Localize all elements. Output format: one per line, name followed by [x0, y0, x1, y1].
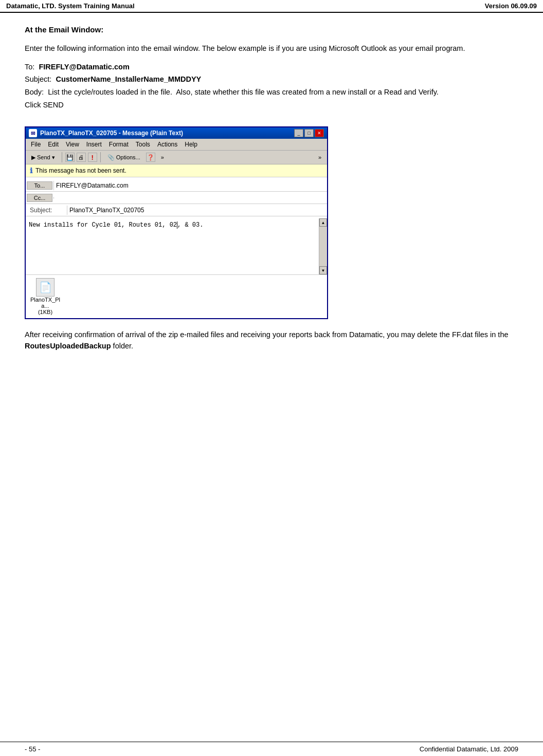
attachment-filename: PlanoTX_Pla...: [30, 297, 61, 309]
main-content: At the Email Window: Enter the following…: [0, 13, 543, 389]
menu-insert[interactable]: Insert: [83, 140, 105, 149]
info-icon: ℹ: [30, 167, 32, 175]
cc-field-row: Cc...: [26, 192, 327, 204]
email-fields: To... FIREFLY@Datamatic.com Cc... Subjec…: [26, 177, 327, 218]
send-icon: ▶: [31, 154, 35, 161]
menu-file[interactable]: File: [28, 140, 44, 149]
cc-button[interactable]: Cc...: [27, 194, 52, 202]
send-dropdown-arrow: ▾: [52, 154, 55, 161]
version-label: Version 06.09.09: [485, 2, 537, 10]
menu-format[interactable]: Format: [106, 140, 132, 149]
maximize-button[interactable]: □: [304, 129, 314, 137]
minimize-button[interactable]: _: [294, 129, 303, 137]
to-button[interactable]: To...: [27, 181, 52, 190]
outlook-titlebar: ✉ PlanoTX_PlanoTX_020705 - Message (Plai…: [26, 127, 327, 139]
to-field-row: To... FIREFLY@Datamatic.com: [26, 179, 327, 192]
intro-paragraph: Enter the following information into the…: [25, 43, 518, 54]
subject-field-row: Subject: PlanoTX_PlanoTX_020705: [26, 204, 327, 216]
subject-value: CustomerName_InstallerName_MMDDYY: [56, 75, 201, 83]
help-icon[interactable]: ❓: [146, 153, 155, 162]
window-controls[interactable]: _ □ ✕: [294, 129, 324, 137]
attachment-size: (1KB): [38, 309, 52, 315]
menu-tools[interactable]: Tools: [133, 140, 153, 149]
outlook-window-title: PlanoTX_PlanoTX_020705 - Message (Plain …: [40, 130, 183, 137]
scroll-down[interactable]: ▼: [319, 266, 327, 274]
to-field-value[interactable]: FIREFLY@Datamatic.com: [53, 181, 327, 190]
after-text-1: After receiving confirmation of arrival …: [25, 330, 509, 339]
save-icon[interactable]: 💾: [65, 153, 75, 162]
paperclip-icon: 📎: [107, 154, 115, 161]
toolbar-sep-2: [100, 152, 101, 162]
page-footer: - 55 - Confidential Datamatic, Ltd. 2009: [0, 742, 543, 756]
after-paragraph: After receiving confirmation of arrival …: [25, 329, 518, 352]
cc-field-value[interactable]: [53, 197, 327, 199]
scroll-up[interactable]: ▲: [319, 218, 327, 227]
attachment-file-icon: 📄: [39, 281, 52, 293]
info-bar: ℹ This message has not been sent.: [26, 164, 327, 177]
email-body[interactable]: New installs for Cycle 01, Routes 01, 02…: [26, 218, 327, 275]
scroll-thumb[interactable]: [319, 227, 327, 266]
manual-title: Datamatic, LTD. System Training Manual: [6, 2, 135, 10]
text-cursor: 2: [173, 222, 177, 229]
menu-actions[interactable]: Actions: [154, 140, 180, 149]
expand-button[interactable]: »: [315, 153, 325, 162]
menu-view[interactable]: View: [63, 140, 82, 149]
toolbar-sep-1: [62, 152, 62, 162]
outlook-screenshot: ✉ PlanoTX_PlanoTX_020705 - Message (Plai…: [25, 126, 328, 319]
outlook-app-icon: ✉: [29, 129, 37, 137]
options-button[interactable]: 📎 Options...: [104, 153, 144, 162]
page-header: Datamatic, LTD. System Training Manual V…: [0, 0, 543, 13]
attachment-item[interactable]: 📄 PlanoTX_Pla... (1KB): [30, 278, 61, 315]
outlook-menubar: File Edit View Insert Format Tools Actio…: [26, 139, 327, 151]
subject-line: Subject: CustomerName_InstallerName_MMDD…: [25, 73, 518, 86]
copyright: Confidential Datamatic, Ltd. 2009: [420, 745, 518, 753]
print-icon[interactable]: 🖨: [77, 153, 86, 162]
attachment-thumbnail: 📄: [36, 278, 55, 297]
priority-icon[interactable]: !: [88, 153, 97, 162]
to-line: To: FIREFLY@Datamatic.com: [25, 61, 518, 73]
body-line: Body: List the cycle/routes loaded in th…: [25, 86, 518, 99]
outlook-window: ✉ PlanoTX_PlanoTX_020705 - Message (Plai…: [25, 126, 328, 319]
more-button[interactable]: »: [157, 153, 168, 162]
close-button[interactable]: ✕: [315, 129, 324, 137]
email-body-scrollbar[interactable]: ▲ ▼: [319, 218, 327, 274]
outlook-toolbar: ▶ Send ▾ 💾 🖨 ! 📎 Options... ❓ » »: [26, 151, 327, 164]
subject-label: Subject:: [26, 206, 67, 215]
menu-help[interactable]: Help: [182, 140, 201, 149]
section-heading: At the Email Window:: [25, 25, 518, 34]
click-send-line: Click SEND: [25, 99, 518, 112]
attachment-area: 📄 PlanoTX_Pla... (1KB): [26, 275, 327, 318]
to-value: FIREFLY@Datamatic.com: [39, 63, 129, 71]
after-text-2: folder.: [111, 342, 134, 350]
send-button[interactable]: ▶ Send ▾: [28, 153, 59, 162]
after-text-bold: RoutesUploadedBackup: [25, 342, 111, 350]
body-content-2: , & 03.: [177, 222, 203, 229]
menu-edit[interactable]: Edit: [45, 140, 62, 149]
subject-field-value[interactable]: PlanoTX_PlanoTX_020705: [67, 206, 327, 215]
email-instructions: To: FIREFLY@Datamatic.com Subject: Custo…: [25, 61, 518, 112]
body-content: New installs for Cycle 01, Routes 01, 0: [29, 222, 173, 229]
info-bar-text: This message has not been sent.: [35, 167, 126, 174]
page-number: - 55 -: [25, 745, 40, 753]
